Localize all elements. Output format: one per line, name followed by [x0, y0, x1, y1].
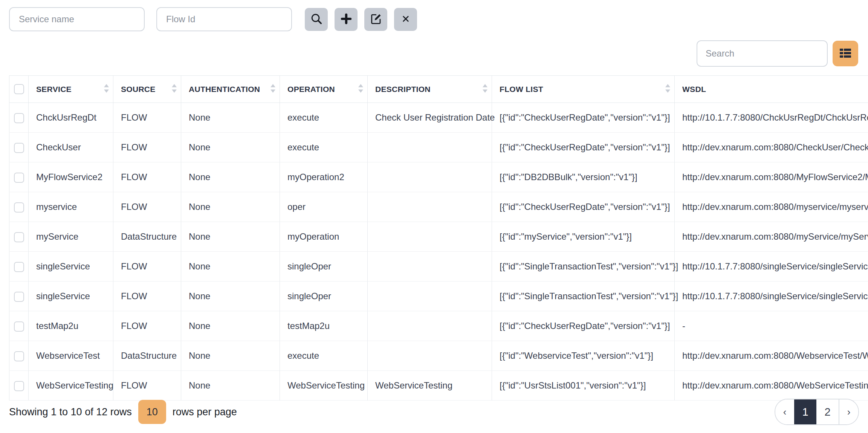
row-checkbox[interactable]: [14, 232, 24, 242]
cell-wsdl: http://dev.xnarum.com:8080/myservice/mys…: [675, 192, 868, 222]
cell-flow-list: [{"id":"UsrStsList001","version":"v1"}]: [492, 371, 675, 401]
magnifier-icon: [310, 12, 323, 26]
pagination-detail: Showing 1 to 10 of 12 rows 10 rows per p…: [9, 400, 237, 424]
row-checkbox[interactable]: [14, 173, 24, 183]
cell-wsdl: http://10.1.7.7:8080/singleService/singl…: [675, 252, 868, 282]
pagination-next-button[interactable]: ›: [839, 399, 858, 424]
add-button[interactable]: [335, 8, 358, 31]
cell-source: FLOW: [113, 192, 181, 222]
column-label: AUTHENTICATION: [189, 85, 260, 93]
column-header-authentication[interactable]: AUTHENTICATION: [181, 76, 280, 103]
cell-service: testMap2u: [29, 311, 113, 341]
cell-wsdl: http://dev.xnarum.com:8080/WebserviceTes…: [675, 341, 868, 371]
row-check-cell: [9, 282, 29, 311]
cell-authentication: None: [181, 341, 280, 371]
table-row: ChckUsrRegDt FLOW None execute Check Use…: [9, 103, 868, 133]
cell-source: FLOW: [113, 252, 181, 282]
column-header-operation[interactable]: OPERATION: [280, 76, 368, 103]
table-row: testMap2u FLOW None testMap2u [{"id":"Ch…: [9, 311, 868, 341]
cell-description: [368, 192, 492, 222]
table-search-input[interactable]: [697, 40, 828, 67]
cell-authentication: None: [181, 162, 280, 192]
cell-description: [368, 252, 492, 282]
row-checkbox[interactable]: [14, 351, 24, 361]
cell-operation: myOperation: [280, 222, 368, 252]
cell-operation: testMap2u: [280, 311, 368, 341]
caret-up-down-icon: [171, 84, 177, 95]
columns-toggle-button[interactable]: [833, 41, 858, 66]
cell-service: ChckUsrRegDt: [29, 103, 113, 133]
service-name-input[interactable]: [9, 7, 145, 31]
row-checkbox[interactable]: [14, 321, 24, 332]
search-button[interactable]: [305, 8, 328, 31]
column-label: FLOW LIST: [500, 85, 543, 93]
cell-flow-list: [{"id":"CheckUserRegDate","version":"v1"…: [492, 311, 675, 341]
column-label: WSDL: [682, 85, 706, 93]
column-header-description[interactable]: DESCRIPTION: [368, 76, 492, 103]
table-row: singleService FLOW None singleOper [{"id…: [9, 282, 868, 311]
column-header-source[interactable]: SOURCE: [113, 76, 181, 103]
filter-toolbar: [9, 7, 417, 31]
cell-source: FLOW: [113, 371, 181, 401]
table-row: singleService FLOW None singleOper [{"id…: [9, 252, 868, 282]
row-check-cell: [9, 311, 29, 341]
cell-authentication: None: [181, 192, 280, 222]
cell-operation: singleOper: [280, 252, 368, 282]
pagination: ‹ 1 2 ›: [775, 399, 859, 425]
caret-up-down-icon: [104, 84, 109, 95]
row-check-cell: [9, 371, 29, 401]
row-checkbox[interactable]: [14, 381, 24, 391]
row-checkbox[interactable]: [14, 113, 24, 123]
flow-id-input[interactable]: [156, 7, 292, 31]
services-table-wrap: SERVICE SOURCE AUTHENTICATION: [9, 75, 868, 401]
clear-button[interactable]: [394, 8, 417, 31]
cell-operation: myOperation2: [280, 162, 368, 192]
column-header-service[interactable]: SERVICE: [29, 76, 113, 103]
services-table: SERVICE SOURCE AUTHENTICATION: [9, 75, 868, 401]
select-all-header-cell: [9, 76, 29, 103]
card-list-icon: [839, 47, 852, 60]
cell-operation: execute: [280, 133, 368, 162]
cell-operation: singleOper: [280, 282, 368, 311]
cell-authentication: None: [181, 282, 280, 311]
table-row: WebserviceTest DataStructure None execut…: [9, 341, 868, 371]
select-all-checkbox[interactable]: [14, 84, 24, 94]
cell-source: DataStructure: [113, 341, 181, 371]
row-checkbox[interactable]: [14, 143, 24, 153]
cell-operation: WebServiceTesting: [280, 371, 368, 401]
row-check-cell: [9, 341, 29, 371]
cell-operation: oper: [280, 192, 368, 222]
cell-source: FLOW: [113, 103, 181, 133]
column-header-flow-list[interactable]: FLOW LIST: [492, 76, 675, 103]
row-check-cell: [9, 252, 29, 282]
cell-service: singleService: [29, 282, 113, 311]
table-row: myService DataStructure None myOperation…: [9, 222, 868, 252]
page-size-button[interactable]: 10: [138, 400, 166, 424]
pagination-prev-button[interactable]: ‹: [775, 399, 794, 424]
table-search-row: [697, 40, 858, 67]
caret-up-down-icon: [482, 84, 488, 95]
cell-authentication: None: [181, 133, 280, 162]
row-checkbox[interactable]: [14, 292, 24, 302]
cell-description: WebServiceTesting: [368, 371, 492, 401]
plus-icon: [340, 12, 353, 26]
pagination-page-2[interactable]: 2: [816, 399, 839, 424]
edit-button[interactable]: [364, 8, 387, 31]
cell-source: FLOW: [113, 133, 181, 162]
cell-wsdl: http://10.1.7.7:8080/ChckUsrRegDt/ChckUs…: [675, 103, 868, 133]
caret-up-down-icon: [358, 84, 364, 95]
cell-service: MyFlowService2: [29, 162, 113, 192]
row-checkbox[interactable]: [14, 202, 24, 213]
cell-source: FLOW: [113, 162, 181, 192]
rows-per-page-label: rows per page: [173, 406, 237, 418]
pagination-page-1[interactable]: 1: [794, 399, 816, 424]
cell-description: [368, 133, 492, 162]
table-row: MyFlowService2 FLOW None myOperation2 [{…: [9, 162, 868, 192]
cell-authentication: None: [181, 371, 280, 401]
cell-flow-list: [{"id":"WebserviceTest","version":"v1"}]: [492, 341, 675, 371]
cell-service: singleService: [29, 252, 113, 282]
cell-flow-list: [{"id":"SingleTransactionTest","version"…: [492, 252, 675, 282]
table-header-row: SERVICE SOURCE AUTHENTICATION: [9, 76, 868, 103]
row-checkbox[interactable]: [14, 262, 24, 272]
showing-rows-text: Showing 1 to 10 of 12 rows: [9, 406, 132, 418]
